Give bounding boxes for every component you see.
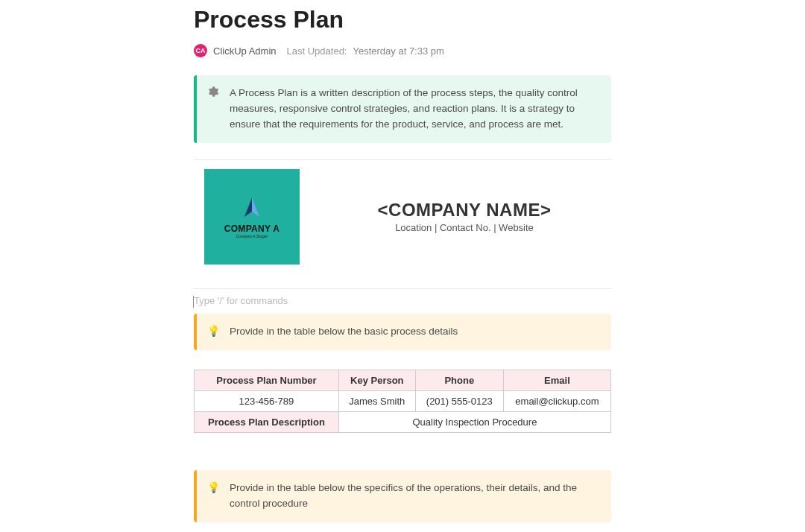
doc-meta: CA ClickUp Admin Last Updated: Yesterday… <box>194 44 611 57</box>
td-key-person[interactable]: James Smith <box>338 390 415 411</box>
th-key-person: Key Person <box>338 370 415 390</box>
intro-callout: A Process Plan is a written description … <box>194 75 611 143</box>
logo-mark-icon <box>239 195 265 221</box>
company-header: COMPANY A Company A Slogan <COMPANY NAME… <box>194 166 611 272</box>
logo-name: COMPANY A <box>224 224 280 234</box>
command-input[interactable]: Type '/' for commands <box>194 295 611 306</box>
th-email: Email <box>503 370 610 390</box>
th-phone: Phone <box>415 370 503 390</box>
intro-text: A Process Plan is a written description … <box>230 86 598 133</box>
company-subline[interactable]: Location | Contact No. | Website <box>318 222 611 233</box>
author-name[interactable]: ClickUp Admin <box>213 45 277 57</box>
td-plan-no[interactable]: 123-456-789 <box>195 390 339 411</box>
logo-slogan: Company A Slogan <box>236 234 268 238</box>
basic-details-callout: 💡 Provide in the table below the basic p… <box>194 314 611 350</box>
ops-callout: 💡 Provide in the table below the specifi… <box>194 470 611 522</box>
divider <box>194 288 611 289</box>
td-desc[interactable]: Quality Inspection Procedure <box>338 411 610 432</box>
page-title: Process Plan <box>194 6 611 34</box>
company-name[interactable]: <COMPANY NAME> <box>318 200 611 221</box>
avatar[interactable]: CA <box>194 44 207 57</box>
td-email[interactable]: email@clickup.com <box>503 390 610 411</box>
th-desc: Process Plan Description <box>195 411 339 432</box>
ops-callout-text: Provide in the table below the specifics… <box>230 481 598 512</box>
th-plan-no: Process Plan Number <box>195 370 339 390</box>
gear-icon <box>207 86 221 133</box>
divider <box>194 159 611 160</box>
process-info-table[interactable]: Process Plan Number Key Person Phone Ema… <box>194 370 611 433</box>
bulb-icon: 💡 <box>207 481 221 512</box>
td-phone[interactable]: (201) 555-0123 <box>415 390 503 411</box>
updated-value: Yesterday at 7:33 pm <box>353 45 443 57</box>
basic-callout-text: Provide in the table below the basic pro… <box>230 324 458 340</box>
company-logo: COMPANY A Company A Slogan <box>204 169 300 265</box>
updated-label: Last Updated: <box>287 45 347 57</box>
svg-marker-1 <box>252 197 259 217</box>
svg-marker-0 <box>244 197 252 217</box>
bulb-icon: 💡 <box>207 324 221 340</box>
